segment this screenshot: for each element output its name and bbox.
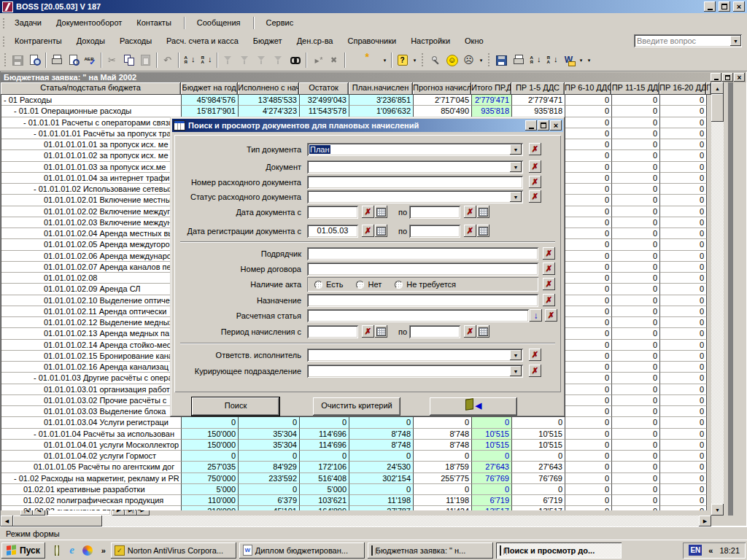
grid-cell[interactable]: 6'719 (512, 495, 565, 506)
grid-cell[interactable]: 0 (512, 417, 565, 428)
column-header-0[interactable]: Статья/подстатья бюджета (1, 82, 181, 95)
grid-cell[interactable]: 0 (660, 295, 707, 306)
filter-form-icon[interactable] (236, 52, 253, 69)
curating-department-combo[interactable]: ▼ (307, 365, 523, 378)
grid-cell[interactable]: 0 (565, 273, 612, 284)
chevron-down-icon[interactable]: ▼ (510, 350, 522, 360)
grid-cell[interactable]: 0 (660, 284, 707, 295)
grid-cell[interactable]: 0 (612, 317, 660, 328)
new-record-icon[interactable] (309, 52, 325, 69)
grid-cell[interactable]: 45'101 (239, 506, 300, 510)
grid-cell[interactable]: 0 (660, 217, 707, 228)
grid-cell[interactable]: 0 (565, 484, 612, 495)
grid-cell[interactable]: 0 (612, 184, 660, 195)
quick-launch-wmp-icon[interactable] (82, 545, 93, 556)
grid-cell[interactable]: 0 (612, 117, 660, 128)
grid-cell[interactable]: 935'818 (512, 106, 565, 117)
grid-cell[interactable]: 0 (660, 95, 707, 106)
grid-cell[interactable]: 0 (612, 340, 660, 351)
close-button[interactable]: × (733, 1, 745, 12)
column-header-2[interactable]: Исполнено с нач (238, 82, 299, 95)
record-number-input[interactable] (47, 510, 111, 516)
grid-cell[interactable]: 0 (565, 340, 612, 351)
dropdown-arrow-icon[interactable]: ▾ (381, 52, 389, 69)
calc-article-input[interactable] (307, 309, 529, 322)
calendar-button[interactable] (375, 325, 387, 338)
clear-criterion-button[interactable]: ✗ (362, 325, 374, 338)
grid-cell[interactable]: 1'096'632 (349, 106, 414, 117)
grid-cell[interactable]: 0 (612, 217, 660, 228)
vertical-scroll-thumb[interactable] (711, 94, 724, 122)
undo-icon[interactable] (159, 52, 176, 69)
clear-criterion-button[interactable]: ✗ (362, 206, 374, 218)
grid-cell[interactable]: 0 (300, 451, 349, 462)
grid-cell[interactable]: 0 (565, 139, 612, 150)
clear-criterion-button[interactable]: ✗ (529, 143, 541, 155)
search-button[interactable]: Поиск (192, 397, 279, 416)
grid-cell[interactable]: 0 (612, 139, 660, 150)
clear-criterion-button[interactable]: ✗ (529, 365, 541, 377)
chevron-down-icon[interactable]: ▼ (730, 36, 741, 46)
grid-cell[interactable]: 35'304 (239, 429, 300, 440)
grid-cell[interactable]: 110'000 (182, 495, 239, 506)
database-window-icon[interactable] (347, 52, 364, 69)
grid-cell[interactable]: 0 (239, 417, 300, 428)
grid-cell[interactable]: 0 (612, 162, 660, 173)
grid-cell[interactable]: 164'899 (300, 506, 349, 510)
grid-cell[interactable]: 6'719 (472, 495, 512, 506)
grid-cell[interactable]: 0 (612, 306, 660, 317)
scroll-left-icon[interactable]: ◀ (1, 516, 13, 526)
grid-row-label[interactable]: 01.01.01.02.13 Аренда медных па (1, 328, 182, 339)
menu-item-Расч. счета и касса[interactable]: Расч. счета и касса (159, 34, 246, 48)
start-button[interactable]: Пуск (1, 542, 45, 559)
print-icon[interactable] (48, 52, 65, 69)
grid-cell[interactable]: 10'515 (512, 429, 565, 440)
grid-cell[interactable]: 114'696 (300, 440, 349, 451)
menu-item-Окно[interactable]: Окно (457, 34, 491, 48)
grid-cell[interactable]: 0 (660, 106, 707, 117)
grid-cell[interactable]: 0 (660, 173, 707, 184)
help-icon[interactable] (394, 52, 411, 69)
grid-cell[interactable]: 0 (565, 217, 612, 228)
grid-cell[interactable]: 0 (612, 440, 660, 451)
grid-cell[interactable]: 0 (565, 195, 612, 206)
grid-cell[interactable]: 10'515 (512, 440, 565, 451)
grid-cell[interactable]: 0 (565, 406, 612, 417)
grid-cell[interactable]: 0 (612, 451, 660, 462)
menu-item-Контакты[interactable]: Контакты (129, 15, 179, 30)
grid-cell[interactable]: 0 (565, 128, 612, 139)
calendar-button[interactable] (477, 225, 489, 237)
pin-icon[interactable] (427, 52, 444, 69)
accrual-period-from-input[interactable] (307, 325, 358, 338)
grid-cell[interactable]: 15'817'901 (182, 106, 239, 117)
sort-desc-icon[interactable] (198, 52, 214, 69)
horizontal-scrollbar[interactable]: ◀ ▶ (1, 516, 711, 526)
child-close-button[interactable]: × (734, 73, 745, 82)
grid-cell[interactable]: 0 (565, 262, 612, 273)
grid-cell[interactable]: 45'984'576 (182, 95, 239, 106)
grid-cell[interactable]: 0 (612, 228, 660, 239)
grid-cell[interactable]: 0 (660, 184, 707, 195)
grid-row-label[interactable]: 01.01.01.03.02 Прочие расчёты с (1, 395, 182, 406)
grid-cell[interactable]: 0 (565, 351, 612, 362)
grid-cell[interactable]: 0 (660, 484, 707, 495)
grid-cell[interactable]: 0 (660, 262, 707, 273)
grid-cell[interactable]: 0 (612, 495, 660, 506)
scroll-down-icon[interactable]: ▼ (711, 504, 724, 516)
doc-type-combo[interactable]: План ▼ (307, 143, 523, 156)
grid-cell[interactable]: 0 (660, 150, 707, 161)
grid-cell[interactable]: 27'787 (349, 506, 414, 510)
grid-cell[interactable]: 8'748 (349, 429, 414, 440)
grid-cell[interactable]: 0 (612, 473, 660, 484)
clear-criterion-button[interactable]: ✗ (545, 309, 557, 322)
menu-item-Сервис[interactable]: Сервис (259, 15, 301, 30)
grid-cell[interactable]: 0 (660, 306, 707, 317)
grid-cell[interactable]: 8'748 (414, 440, 472, 451)
grid-cell[interactable]: 0 (660, 273, 707, 284)
column-header-10[interactable]: ПР 16-20 ДД (659, 82, 706, 95)
restore-button[interactable] (719, 1, 730, 12)
dialog-maximize-button[interactable] (538, 120, 549, 131)
grid-cell[interactable]: 13'517 (472, 506, 512, 510)
purpose-input[interactable] (307, 294, 538, 307)
grid-cell[interactable]: 27'643 (472, 462, 512, 472)
